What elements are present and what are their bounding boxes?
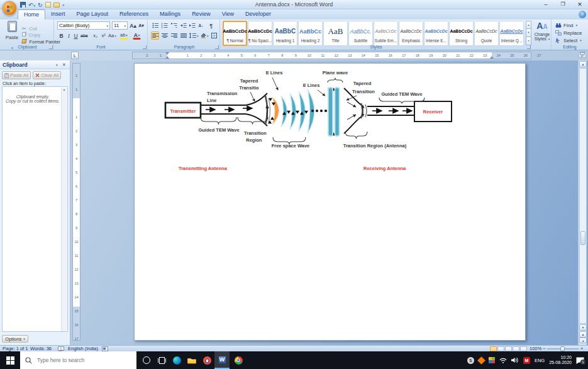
save-icon[interactable] — [20, 2, 26, 8]
pane-close-icon[interactable]: ✕ — [62, 60, 66, 69]
align-center-button[interactable] — [160, 31, 169, 40]
open-folder-icon[interactable] — [53, 3, 60, 8]
language-tray[interactable]: ENG — [535, 358, 545, 363]
cortana-button[interactable] — [139, 351, 154, 369]
customize-qat-icon[interactable]: ▾ — [63, 3, 65, 7]
start-button[interactable] — [0, 351, 20, 369]
options-button[interactable]: Options▾ — [2, 335, 28, 343]
style-subtitle[interactable]: AaBbCc.Subtitle — [348, 21, 373, 46]
style-strong[interactable]: AaBbCcDcStrong — [449, 21, 474, 46]
replace-button[interactable]: Replace — [555, 29, 582, 37]
undo-button[interactable]: ↶▾ — [28, 2, 35, 8]
style-title[interactable]: AaBTitle — [323, 21, 348, 46]
document-page[interactable]: Transmitter Receiver — [134, 63, 526, 341]
increase-indent-button[interactable] — [188, 21, 196, 30]
fullscreen-view-button[interactable] — [497, 346, 504, 351]
tab-view[interactable]: View — [216, 9, 240, 20]
draft-view-button[interactable] — [520, 346, 527, 351]
skype-tray-icon[interactable]: S — [467, 357, 474, 364]
tab-page-layout[interactable]: Page Layout — [71, 9, 114, 20]
tab-home[interactable]: Home — [18, 9, 45, 20]
task-view-button[interactable] — [154, 351, 169, 369]
strikethrough-button[interactable]: abe — [80, 31, 89, 40]
tab-insert[interactable]: Insert — [45, 9, 71, 20]
show-hide-pilcrow-button[interactable]: ¶ — [207, 21, 215, 30]
borders-button[interactable] — [210, 31, 218, 40]
help-icon[interactable]: ? — [579, 11, 586, 18]
taskbar-clock[interactable]: 10:20 25-08-2020 — [549, 355, 572, 365]
select-button[interactable]: Select▾ — [555, 37, 582, 44]
style-heading2[interactable]: AaBbCcHeading 2 — [298, 21, 323, 46]
vertical-ruler[interactable]: 211234567891011121314151617 — [72, 63, 80, 341]
styles-scroll-up-icon[interactable]: ▲ — [526, 21, 531, 29]
style-heading1[interactable]: AaBbCHeading 1 — [273, 21, 297, 46]
hanging-indent-marker[interactable] — [165, 56, 169, 59]
brave-button[interactable] — [199, 351, 214, 369]
edge-button[interactable] — [169, 351, 184, 369]
tab-mailings[interactable]: Mailings — [154, 9, 186, 20]
sort-button[interactable]: A↓ — [197, 21, 205, 30]
zoom-slider[interactable] — [547, 348, 579, 349]
change-case-button[interactable]: Aa▾ — [108, 31, 117, 40]
style-normal[interactable]: AaBbCcDc¶ Normal — [223, 21, 247, 46]
pane-scrollbar[interactable]: ▲ — [61, 88, 67, 331]
style-subtle-emphasis[interactable]: AaBbCcDcSubtle Em... — [374, 21, 398, 46]
office-button[interactable] — [2, 1, 17, 16]
paste-all-button[interactable]: Paste All — [2, 71, 31, 79]
line-spacing-button[interactable]: ▾ — [189, 31, 199, 40]
minimize-button[interactable]: – — [540, 1, 552, 8]
file-explorer-button[interactable] — [184, 351, 199, 369]
numbering-button[interactable] — [160, 21, 169, 30]
decrease-indent-button[interactable] — [179, 21, 187, 30]
highlight-button[interactable]: ab▾ — [119, 31, 128, 40]
search-input[interactable] — [36, 356, 124, 364]
find-button[interactable]: Find▾ — [555, 21, 577, 29]
wifi-tray-icon[interactable] — [499, 358, 507, 363]
tab-stop-selector[interactable]: L — [71, 52, 79, 59]
underline-button[interactable]: U — [72, 31, 80, 40]
action-center-button[interactable]: 1 — [576, 357, 584, 364]
style-no-spacing[interactable]: AaBbCcDc¶ No Spaci... — [248, 21, 272, 46]
clipboard-dialog-launcher[interactable] — [49, 45, 53, 49]
styles-dialog-launcher[interactable] — [527, 45, 531, 49]
mcafee-tray-icon[interactable]: M — [523, 357, 530, 364]
scrollbar-thumb[interactable] — [580, 231, 585, 245]
right-indent-marker[interactable] — [490, 56, 494, 59]
superscript-button[interactable]: x² — [99, 31, 108, 40]
security-tray-icon[interactable] — [489, 357, 495, 363]
font-color-button[interactable]: A▾ — [133, 31, 141, 40]
pane-menu-icon[interactable]: ▾ — [56, 60, 58, 69]
quick-print-icon[interactable] — [45, 2, 51, 8]
tab-developer[interactable]: Developer — [240, 9, 277, 20]
scroll-up-icon[interactable]: ▲ — [579, 61, 587, 67]
font-dialog-launcher[interactable] — [143, 45, 147, 49]
shrink-font-button[interactable]: A▾ — [137, 21, 145, 30]
close-button[interactable]: ✕ — [574, 1, 586, 8]
font-size-select[interactable]: 11▾ — [112, 21, 128, 30]
paragraph-dialog-launcher[interactable] — [215, 45, 219, 49]
align-right-button[interactable] — [170, 31, 178, 40]
taskbar-search[interactable] — [20, 351, 136, 369]
styles-scroll-down-icon[interactable]: ▼ — [526, 29, 531, 37]
avast-tray-icon[interactable] — [477, 356, 485, 365]
horizontal-ruler[interactable]: 2112345678910111213141516171819202122232… — [132, 52, 531, 59]
justify-button[interactable] — [179, 31, 187, 40]
style-emphasis[interactable]: AaBbCcDcEmphasis — [399, 21, 423, 46]
grow-font-button[interactable]: A▴ — [129, 21, 137, 30]
document-scrollbar[interactable]: ▲ ▼ ▲ ● — [578, 60, 587, 345]
style-quote[interactable]: AaBbCcDcQuote — [474, 21, 499, 46]
align-left-button[interactable] — [151, 31, 159, 40]
previous-page-icon[interactable]: ▲ — [579, 331, 587, 338]
shading-button[interactable]: ▾ — [200, 31, 209, 40]
ruler-toggle-button[interactable] — [579, 52, 586, 58]
maximize-button[interactable]: ❐ — [557, 1, 569, 8]
print-layout-view-button[interactable] — [490, 346, 497, 351]
select-browse-object-icon[interactable]: ● — [579, 338, 587, 343]
clipboard-items-list[interactable]: Clipboard empty. Copy or cut to collect … — [2, 86, 68, 332]
font-family-select[interactable]: Calibri (Body)▾ — [57, 21, 110, 30]
redo-button[interactable]: ↻ — [38, 2, 43, 8]
clear-all-button[interactable]: Clear All — [33, 71, 61, 79]
tab-review[interactable]: Review — [186, 9, 216, 20]
first-line-indent-marker[interactable] — [165, 52, 169, 55]
bullets-button[interactable] — [151, 21, 159, 30]
